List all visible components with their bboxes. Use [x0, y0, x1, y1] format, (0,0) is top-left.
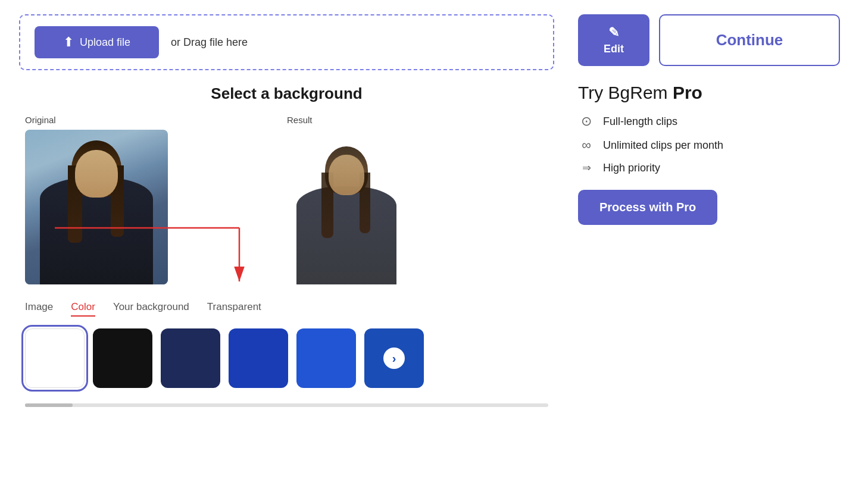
result-label: Result — [287, 115, 406, 125]
result-image — [287, 130, 406, 284]
upload-button[interactable]: ⬆ Upload file — [35, 26, 159, 58]
tab-transparent[interactable]: Transparent — [207, 301, 261, 317]
pro-title: Try BgRem Pro — [578, 83, 840, 103]
swatch-navy[interactable] — [161, 328, 220, 388]
pro-title-bold: Pro — [673, 83, 702, 102]
edit-button-label: Edit — [604, 43, 624, 55]
swatch-black[interactable] — [93, 328, 152, 388]
pro-features: ⊙ Full-length clips ∞ Unlimited clips pe… — [578, 114, 840, 174]
upload-icon: ⬆ — [63, 35, 74, 50]
process-with-pro-button[interactable]: Process with Pro — [578, 190, 717, 225]
original-column: Original — [25, 115, 168, 284]
swatch-next-button[interactable]: › — [364, 328, 424, 388]
result-column: Result — [287, 115, 406, 284]
feature-priority: ⇒ High priority — [578, 161, 840, 174]
drag-text: or Drag file here — [171, 36, 248, 49]
tab-color[interactable]: Color — [71, 301, 95, 317]
pro-section: Try BgRem Pro ⊙ Full-length clips ∞ Unli… — [578, 78, 840, 225]
left-panel: ⬆ Upload file or Drag file here Select a… — [19, 14, 554, 407]
tab-image[interactable]: Image — [25, 301, 53, 317]
original-label: Original — [25, 115, 168, 125]
feature-unlimited-text: Unlimited clips per month — [603, 139, 723, 152]
edit-icon: ✎ — [608, 25, 619, 40]
bg-tabs-row: Image Color Your background Transparent — [19, 301, 554, 317]
images-container: Original — [19, 115, 554, 284]
original-image — [25, 130, 168, 284]
priority-icon: ⇒ — [578, 161, 595, 174]
action-buttons-row: ✎ Edit Continue — [578, 14, 840, 66]
tab-your-background[interactable]: Your background — [113, 301, 189, 317]
feature-full-length: ⊙ Full-length clips — [578, 114, 840, 129]
feature-priority-text: High priority — [603, 162, 660, 174]
clock-icon: ⊙ — [578, 114, 595, 129]
images-row: Original — [19, 115, 554, 284]
edit-button[interactable]: ✎ Edit — [578, 14, 649, 66]
swatch-blue1[interactable] — [229, 328, 288, 388]
right-panel: ✎ Edit Continue Try BgRem Pro ⊙ Full-len… — [578, 14, 840, 407]
swatch-blue2[interactable] — [296, 328, 356, 388]
next-arrow-icon: › — [383, 348, 405, 369]
upload-button-label: Upload file — [80, 36, 130, 49]
color-swatches-row: › — [19, 328, 554, 388]
scrollbar-track[interactable] — [25, 403, 548, 407]
scrollbar-thumb — [25, 403, 73, 407]
infinity-icon: ∞ — [578, 137, 595, 153]
pro-title-regular: Try BgRem — [578, 83, 673, 102]
upload-area: ⬆ Upload file or Drag file here — [19, 14, 554, 70]
section-title: Select a background — [19, 84, 554, 103]
feature-full-length-text: Full-length clips — [603, 115, 677, 128]
swatch-white[interactable] — [25, 328, 85, 388]
feature-unlimited: ∞ Unlimited clips per month — [578, 137, 840, 153]
continue-button[interactable]: Continue — [659, 14, 840, 66]
